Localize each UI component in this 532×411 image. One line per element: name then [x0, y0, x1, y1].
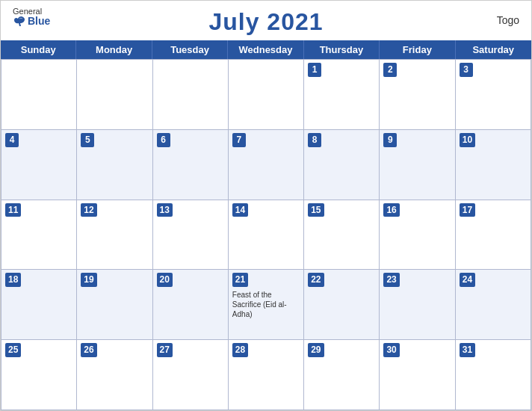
cell-date-number: 11: [5, 203, 21, 217]
cell-date-number: 10: [460, 133, 475, 147]
logo-bird-icon: [13, 16, 26, 28]
cell-date-number: 18: [5, 273, 21, 287]
calendar-cell: 2: [380, 60, 455, 130]
calendar-cell: 29: [304, 340, 380, 410]
calendar-cell: 22: [304, 270, 380, 340]
calendar-cell: 20: [153, 270, 229, 340]
cell-date-number: 21: [232, 273, 248, 287]
day-header-wednesday: Wednesday: [228, 40, 303, 59]
cell-date-number: 17: [460, 203, 475, 217]
cell-date-number: 19: [81, 273, 96, 287]
cell-date-number: 30: [383, 343, 399, 357]
cell-date-number: 24: [460, 273, 475, 287]
month-title: July 2021: [208, 8, 323, 36]
day-headers: Sunday Monday Tuesday Wednesday Thursday…: [1, 40, 531, 59]
cell-date-number: 7: [232, 133, 246, 147]
cell-date-number: 4: [5, 133, 19, 147]
calendar-cell: 28: [229, 340, 304, 410]
calendar-cell: 5: [77, 130, 152, 200]
calendar-cell: 4: [1, 130, 77, 200]
calendar-cell: 13: [153, 200, 229, 271]
cell-date-number: 9: [383, 133, 397, 147]
cell-date-number: 15: [308, 203, 324, 217]
calendar-cell: [77, 60, 152, 130]
logo-blue-text: Blue: [28, 16, 50, 27]
cell-date-number: 1: [308, 63, 321, 77]
logo-area: General Blue: [13, 7, 50, 28]
cell-date-number: 14: [232, 203, 248, 217]
calendar-cell: 1: [304, 60, 380, 130]
calendar-cell: 12: [77, 200, 152, 271]
logo-blue-area: Blue: [13, 16, 50, 28]
cell-event: Feast of the Sacrifice (Eid al-Adha): [232, 290, 300, 319]
country-label: Togo: [497, 14, 519, 26]
calendar-grid: 123456789101112131415161718192021Feast o…: [1, 59, 531, 410]
cell-date-number: 26: [81, 343, 96, 357]
calendar-cell: 7: [229, 130, 304, 200]
calendar-cell: 30: [380, 340, 455, 410]
cell-date-number: 27: [157, 343, 173, 357]
calendar-cell: [229, 60, 304, 130]
calendar-cell: 14: [229, 200, 304, 271]
cell-date-number: 31: [460, 343, 475, 357]
cell-date-number: 28: [232, 343, 248, 357]
calendar-cell: [153, 60, 229, 130]
calendar-cell: 6: [153, 130, 229, 200]
calendar-cell: 21Feast of the Sacrifice (Eid al-Adha): [229, 270, 304, 340]
cell-date-number: 23: [383, 273, 399, 287]
calendar-cell: 10: [456, 130, 531, 200]
day-header-thursday: Thursday: [304, 40, 380, 59]
cell-date-number: 16: [383, 203, 399, 217]
calendar-cell: 9: [380, 130, 455, 200]
cell-date-number: 22: [308, 273, 324, 287]
day-header-tuesday: Tuesday: [152, 40, 228, 59]
cell-date-number: 6: [157, 133, 170, 147]
calendar-cell: 18: [1, 270, 77, 340]
day-header-sunday: Sunday: [1, 40, 76, 59]
calendar-cell: 3: [456, 60, 531, 130]
calendar-cell: 23: [380, 270, 455, 340]
calendar-cell: 24: [456, 270, 531, 340]
cell-date-number: 13: [157, 203, 173, 217]
calendar-cell: [1, 60, 77, 130]
calendar-container: General Blue July 2021 Togo Sunday Monda…: [0, 0, 532, 411]
calendar-cell: 11: [1, 200, 77, 271]
day-header-monday: Monday: [76, 40, 152, 59]
logo-general-text: General: [13, 7, 42, 16]
cell-date-number: 29: [308, 343, 324, 357]
cell-date-number: 25: [5, 343, 21, 357]
cell-date-number: 3: [460, 63, 473, 77]
calendar-header: General Blue July 2021 Togo: [1, 1, 531, 40]
calendar-cell: 8: [304, 130, 380, 200]
cell-date-number: 12: [81, 203, 96, 217]
calendar-cell: 27: [153, 340, 229, 410]
day-header-friday: Friday: [380, 40, 455, 59]
calendar-cell: 25: [1, 340, 77, 410]
calendar-cell: 15: [304, 200, 380, 271]
calendar-cell: 19: [77, 270, 152, 340]
calendar-cell: 16: [380, 200, 455, 271]
cell-date-number: 5: [81, 133, 94, 147]
calendar-cell: 31: [456, 340, 531, 410]
cell-date-number: 20: [157, 273, 173, 287]
calendar-cell: 17: [456, 200, 531, 271]
day-header-saturday: Saturday: [456, 40, 531, 59]
cell-date-number: 8: [308, 133, 321, 147]
cell-date-number: 2: [383, 63, 397, 77]
calendar-cell: 26: [77, 340, 152, 410]
